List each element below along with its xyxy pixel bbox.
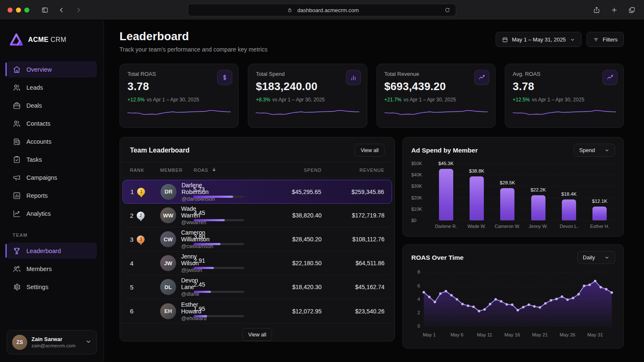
y-axis-tick: $30K [411, 184, 427, 189]
sidebar-item-campaigns[interactable]: Campaigns [7, 169, 97, 186]
column-header-member[interactable]: MEMBER [160, 168, 194, 173]
sidebar-item-contacts[interactable]: Contacts [7, 115, 97, 132]
member-cell: JWJenny Wilson@jwilson [160, 253, 194, 273]
revenue-cell: $64,511.86 [322, 260, 384, 266]
bar[interactable] [500, 188, 514, 221]
sidebar-item-analytics[interactable]: Analytics [7, 205, 97, 222]
roas-over-time-card: ROAS Over Time Daily 02468May 1May 6May … [402, 244, 624, 349]
stat-delta: +12.5%vs Apr 1 – Apr 30, 2025 [513, 97, 616, 103]
avatar: EH [160, 303, 176, 319]
gear-icon [13, 283, 21, 291]
bar-5: $12.1K [584, 163, 615, 220]
spend-cell: $22,180.50 [263, 260, 322, 266]
chevron-down-icon [86, 339, 91, 346]
x-axis-label: Darlene R. [431, 224, 461, 229]
rank-cell: 11 [130, 188, 161, 196]
bar-value-label: $38.8K [469, 168, 484, 173]
avatar: WW [160, 207, 176, 223]
app-name: ACME CRM [28, 36, 66, 44]
sidebar-item-leads[interactable]: Leads [7, 79, 97, 96]
leaderboard-row-4[interactable]: 4JWJenny Wilson@jwilson2.91$22,180.50$64… [122, 251, 392, 275]
sidebar-item-leaderboard[interactable]: Leaderboard [7, 243, 97, 259]
clipboard-check-icon [13, 155, 21, 164]
svg-text:0: 0 [418, 323, 420, 328]
roas-cell: 2.91 [194, 257, 263, 269]
date-range-button[interactable]: May 1 – May 31, 2025 [496, 32, 582, 47]
svg-text:May 31: May 31 [587, 332, 603, 337]
y-axis-tick: $0 [411, 218, 427, 223]
sidebar-item-deals[interactable]: Deals [7, 97, 97, 114]
stat-label: Avg. ROAS [513, 71, 616, 77]
sidebar-item-overview[interactable]: Overview [7, 61, 97, 78]
y-axis-tick: $20K [411, 195, 427, 200]
leaderboard-row-3[interactable]: 33CWCameron Williamson@cwilliamson3.80$2… [122, 228, 392, 251]
view-all-button-top[interactable]: View all [355, 144, 384, 157]
bar[interactable] [439, 169, 453, 220]
column-header-rank[interactable]: RANK [130, 168, 160, 173]
building-icon [13, 137, 21, 146]
sidebar-item-members[interactable]: Members [7, 261, 97, 277]
new-tab-icon[interactable] [610, 5, 619, 15]
filters-button[interactable]: Filters [587, 32, 624, 47]
column-header-roas[interactable]: ROAS [194, 167, 263, 173]
stat-value: $183,240.00 [256, 80, 359, 93]
back-icon[interactable] [57, 5, 66, 15]
stat-card-total-spend: Total Spend$183,240.00+8.3%vs Apr 1 – Ap… [248, 64, 367, 128]
svg-text:6: 6 [418, 283, 420, 288]
users-icon [13, 119, 21, 128]
interval-dropdown[interactable]: Daily [577, 251, 615, 264]
ad-spend-chart-title: Ad Spend by Member [411, 147, 478, 154]
url-text: dashboard.acmecrm.com [297, 7, 359, 13]
sidebar-toggle-icon[interactable] [40, 5, 49, 15]
share-icon[interactable] [592, 5, 601, 15]
member-cell: DLDevon Lane@dlane [160, 277, 194, 297]
sidebar-item-label: Settings [26, 284, 48, 290]
chevron-down-icon [604, 147, 610, 153]
roas-line-chart-svg: 02468May 1May 6May 11May 16May 21May 26M… [411, 268, 615, 342]
bar[interactable] [562, 199, 576, 220]
leaderboard-row-1[interactable]: 11DRDarlene Robertson@darobertson5.73$45… [122, 180, 392, 204]
bar-value-label: $45.3K [438, 161, 453, 166]
bar-chart-box-icon [13, 191, 21, 200]
roas-cell: 5.73 [193, 186, 262, 198]
close-window-button[interactable] [8, 8, 13, 13]
leaderboard-row-2[interactable]: 22WWWade Warren@wwarren4.45$38,820.40$17… [122, 204, 392, 228]
silver-medal-icon: 2 [137, 212, 145, 220]
sidebar-item-reports[interactable]: Reports [7, 187, 97, 204]
bar[interactable] [470, 176, 484, 221]
column-header-spend[interactable]: SPEND [263, 168, 322, 173]
revenue-cell: $23,540.26 [322, 308, 384, 315]
sidebar-item-label: Reports [26, 192, 48, 199]
user-menu[interactable]: ZS Zain Sarwar zain@acmecrm.com [7, 330, 97, 354]
filter-icon [593, 36, 599, 43]
tab-overview-icon[interactable] [627, 5, 636, 15]
users-icon [13, 83, 21, 92]
zoom-window-button[interactable] [24, 8, 29, 13]
bar[interactable] [531, 195, 545, 220]
sidebar-item-accounts[interactable]: Accounts [7, 133, 97, 150]
leaderboard-row-5[interactable]: 5DLDevon Lane@dlane2.45$18,420.30$45,162… [122, 275, 392, 299]
view-all-button-bottom[interactable]: View all [242, 328, 272, 341]
address-bar[interactable]: dashboard.acmecrm.com [188, 4, 456, 16]
spend-dropdown[interactable]: Spend [574, 144, 615, 157]
y-axis-tick: $10K [411, 207, 427, 212]
chevron-down-icon [570, 37, 575, 42]
sidebar-item-tasks[interactable]: Tasks [7, 151, 97, 168]
leaderboard-row-6[interactable]: 6EHEsther Howard@ehoward1.95$12,072.95$2… [122, 299, 392, 323]
calendar-icon [502, 36, 508, 43]
ad-spend-bar-chart: $0$10K$20K$30K$40K$50K$45.3K$38.8K$28.5K… [411, 163, 615, 230]
roas-progress-bar [194, 315, 244, 317]
stat-sparkline [513, 106, 616, 119]
sidebar-item-settings[interactable]: Settings [7, 279, 97, 295]
avatar: DL [160, 279, 176, 295]
column-header-revenue[interactable]: REVENUE [322, 168, 384, 173]
minimize-window-button[interactable] [16, 8, 21, 13]
bar-0: $45.3K [431, 163, 461, 220]
x-axis-label: Devon L. [553, 224, 584, 229]
stat-card-total-revenue: Total Revenue$693,439.20+21.7%vs Apr 1 –… [377, 64, 496, 128]
forward-icon[interactable] [74, 5, 83, 15]
bar[interactable] [592, 207, 607, 220]
dollar-icon [217, 70, 232, 85]
reload-icon[interactable] [443, 5, 452, 15]
avatar: CW [160, 231, 176, 247]
